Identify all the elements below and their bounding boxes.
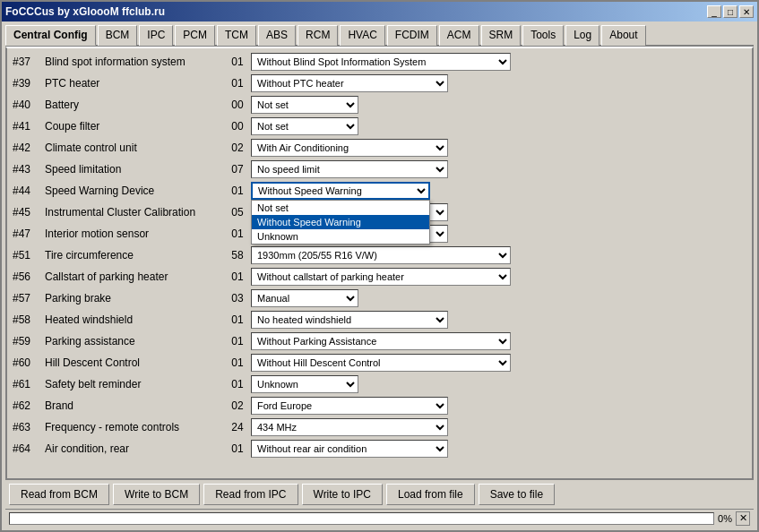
read-bcm-button[interactable]: Read from BCM (9, 484, 109, 505)
config-select[interactable]: No heated windshield (251, 311, 448, 329)
maximize-button[interactable]: □ (723, 5, 737, 18)
row-label: Climate control unit (45, 142, 224, 154)
row-number: #40 (13, 99, 45, 111)
table-row: #61Safety belt reminder01Unknown (9, 374, 750, 394)
table-row: #44Speed Warning Device01Not setWithout … (9, 181, 750, 201)
table-row: #51Tire circumference581930mm (205/55 R1… (9, 245, 750, 265)
row-number: #42 (13, 142, 45, 154)
config-select[interactable]: Not set (251, 96, 358, 114)
tab-hvac[interactable]: HVAC (340, 25, 384, 46)
row-number: #61 (13, 378, 45, 390)
read-ipc-button[interactable]: Read from IPC (203, 484, 298, 505)
row-control: 434 MHz (251, 418, 746, 436)
dropdown-item[interactable]: Without Speed Warning (252, 215, 429, 229)
save-file-button[interactable]: Save to file (479, 484, 555, 505)
main-window: FoCCCus by xGloooM ffclub.ru _ □ ✕ Centr… (0, 0, 759, 532)
speed-warning-select[interactable]: Not setWithout Speed WarningUnknown (251, 182, 430, 200)
title-bar: FoCCCus by xGloooM ffclub.ru _ □ ✕ (2, 2, 757, 21)
config-select[interactable]: Not set (251, 117, 358, 135)
row-code: 01 (224, 184, 251, 197)
config-select[interactable]: Without rear air condition (251, 440, 448, 458)
config-select[interactable]: Manual (251, 289, 358, 307)
window-content: Central ConfigBCMIPCPCMTCMABSRCMHVACFCDI… (2, 21, 757, 530)
row-control: Without PTC heater (251, 74, 746, 92)
table-row: #63Frequency - remote controls24434 MHz (9, 417, 750, 437)
row-label: Heated windshield (45, 313, 224, 326)
config-select[interactable]: Ford Europe (251, 397, 448, 415)
progress-percent: 0% (718, 513, 732, 524)
row-number: #44 (13, 184, 45, 197)
table-row: #40Battery00Not set (9, 95, 750, 115)
tab-pcm[interactable]: PCM (175, 25, 215, 46)
tab-rcm[interactable]: RCM (298, 25, 338, 46)
config-select[interactable]: Without Hill Descent Control (251, 354, 511, 372)
minimize-button[interactable]: _ (707, 5, 721, 18)
row-code: 02 (224, 399, 251, 412)
close-button[interactable]: ✕ (739, 5, 754, 18)
write-bcm-button[interactable]: Write to BCM (113, 484, 200, 505)
row-code: 01 (224, 335, 251, 348)
config-select[interactable]: Without PTC heater (251, 74, 448, 92)
row-label: Battery (45, 99, 224, 111)
tab-central-config[interactable]: Central Config (5, 25, 96, 46)
tab-fcdim[interactable]: FCDIM (387, 25, 437, 46)
dropdown-item[interactable]: Not set (252, 201, 429, 215)
row-code: 01 (224, 77, 251, 90)
row-label: Blind spot information system (45, 56, 224, 68)
tab-about[interactable]: About (601, 25, 645, 46)
row-number: #47 (13, 227, 45, 240)
tab-bcm[interactable]: BCM (98, 25, 138, 46)
row-code: 02 (224, 142, 251, 154)
tab-tcm[interactable]: TCM (217, 25, 256, 46)
load-file-button[interactable]: Load from file (386, 484, 475, 505)
progress-close-button[interactable]: ✕ (736, 511, 750, 526)
tab-bar: Central ConfigBCMIPCPCMTCMABSRCMHVACFCDI… (5, 25, 754, 47)
write-ipc-button[interactable]: Write to IPC (302, 484, 383, 505)
tab-ipc[interactable]: IPC (139, 25, 173, 46)
tab-srm[interactable]: SRM (481, 25, 522, 46)
row-control: Without callstart of parking heater (251, 268, 746, 286)
row-label: Parking brake (45, 292, 224, 305)
row-code: 01 (224, 227, 251, 240)
row-number: #39 (13, 77, 45, 90)
row-code: 07 (224, 163, 251, 176)
row-label: Hill Descent Control (45, 356, 224, 369)
config-select[interactable]: Unknown (251, 375, 358, 393)
config-select[interactable]: With Air Conditioning (251, 139, 448, 157)
row-number: #57 (13, 292, 45, 305)
row-number: #41 (13, 120, 45, 133)
config-select[interactable]: 1930mm (205/55 R16 V/W) (251, 246, 511, 264)
main-panel: #37Blind spot information system01Withou… (5, 47, 754, 480)
tab-acm[interactable]: ACM (439, 25, 479, 46)
row-code: 03 (224, 292, 251, 305)
row-control: Without rear air condition (251, 440, 746, 458)
row-label: Tire circumference (45, 249, 224, 262)
config-select[interactable]: Without Parking Assistance (251, 332, 511, 350)
tab-abs[interactable]: ABS (258, 25, 296, 46)
row-code: 01 (224, 442, 251, 455)
tab-log[interactable]: Log (565, 25, 599, 46)
row-control: No speed limit (251, 160, 746, 178)
row-number: #45 (13, 206, 45, 219)
row-label: Brand (45, 399, 224, 412)
config-select[interactable]: Without Blind Spot Information System (251, 53, 511, 71)
config-scroll-area[interactable]: #37Blind spot information system01Withou… (7, 48, 752, 478)
row-code: 58 (224, 249, 251, 262)
row-label: Parking assistance (45, 335, 224, 348)
config-select[interactable]: Without callstart of parking heater (251, 268, 511, 286)
row-label: Coupe filter (45, 120, 224, 133)
progress-bar-area: 0% ✕ (5, 509, 754, 527)
row-code: 05 (224, 206, 251, 219)
speed-warning-dropdown: Not setWithout Speed WarningUnknown (251, 200, 430, 245)
row-code: 00 (224, 120, 251, 133)
row-code: 01 (224, 56, 251, 68)
config-select[interactable]: 434 MHz (251, 418, 448, 436)
tab-tools[interactable]: Tools (522, 25, 564, 46)
table-row: #43Speed limitation07No speed limit (9, 159, 750, 179)
row-code: 01 (224, 356, 251, 369)
dropdown-item[interactable]: Unknown (252, 229, 429, 244)
row-number: #64 (13, 442, 45, 455)
config-select[interactable]: No speed limit (251, 160, 448, 178)
row-control: Ford Europe (251, 397, 746, 415)
row-label: Speed limitation (45, 163, 224, 176)
